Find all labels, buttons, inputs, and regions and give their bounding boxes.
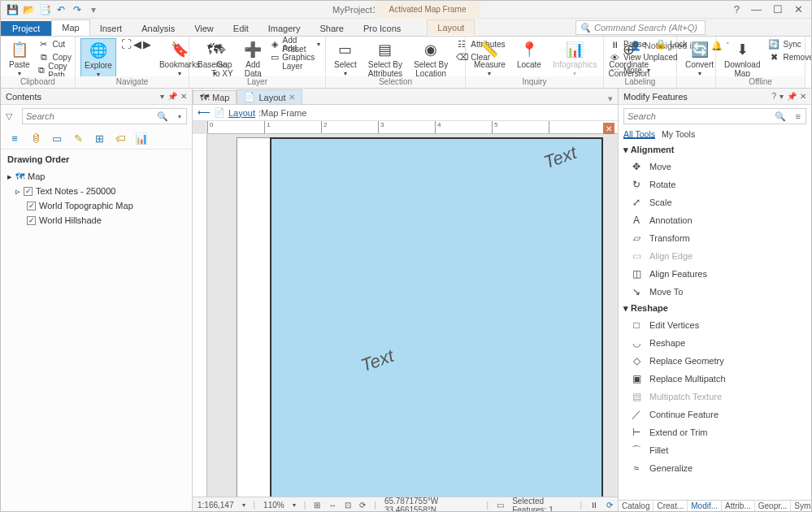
status-scale[interactable]: 1:166,147 xyxy=(198,501,234,510)
add-graphics-button[interactable]: ▭Add Graphics Layer xyxy=(271,51,320,63)
pane-help-icon[interactable]: ? xyxy=(771,92,776,101)
toc-label-icon[interactable]: 🏷 xyxy=(113,131,128,145)
tab-view[interactable]: View xyxy=(185,21,224,36)
search-icon[interactable]: 🔍 xyxy=(152,111,173,122)
tab-insert[interactable]: Insert xyxy=(90,21,132,36)
pause-label-button[interactable]: ⏸Pause 🔒Lock xyxy=(609,38,687,50)
tool-annotation[interactable]: AAnnotation xyxy=(622,211,808,229)
qat-more-icon[interactable]: ▾ xyxy=(87,3,100,16)
side-tab-attrib[interactable]: Attrib... xyxy=(722,501,755,512)
command-search[interactable]: 🔍 Command Search (Alt+Q) xyxy=(575,20,706,35)
paste-button[interactable]: 📋Paste▾ xyxy=(6,38,33,79)
status-icon-2[interactable]: ↔ xyxy=(328,501,337,510)
side-tab-create[interactable]: Creat... xyxy=(654,501,688,512)
copy-path-button[interactable]: ⧉Copy Path xyxy=(38,64,72,76)
pane-pin-icon[interactable]: 📌 xyxy=(167,92,177,101)
close-button[interactable]: ✕ xyxy=(794,3,803,15)
filter-icon[interactable]: ▽ xyxy=(1,111,17,122)
tool-generalize[interactable]: ≈Generalize xyxy=(622,459,808,477)
status-selected[interactable]: Selected Features: 1 xyxy=(512,497,571,513)
scale-menu-icon[interactable]: ▾ xyxy=(242,501,245,509)
select-by-attr-button[interactable]: ▤Select By Attributes xyxy=(365,38,406,80)
tool-list[interactable]: ▾ Alignment ✥Move↻Rotate⤢ScaleAAnnotatio… xyxy=(619,141,811,500)
collapse-icon[interactable]: ▸ xyxy=(7,171,12,182)
checkbox[interactable]: ✓ xyxy=(27,202,36,210)
tab-proicons[interactable]: Pro Icons xyxy=(354,21,410,36)
toc-layer-textnotes[interactable]: ▹✓Text Notes - 250000 xyxy=(15,184,185,198)
open-icon[interactable]: 📂 xyxy=(22,3,35,16)
pane-menu-icon[interactable]: ▾ xyxy=(779,92,784,101)
tool-fillet[interactable]: ⌒Fillet xyxy=(622,441,808,459)
close-tab-icon[interactable]: ✕ xyxy=(289,93,295,102)
labeling-more-button[interactable]: ⋯More▾ xyxy=(609,64,687,76)
select-button[interactable]: ▭Select▾ xyxy=(331,38,360,79)
checkbox[interactable]: ✓ xyxy=(27,216,36,225)
toc-list-icon[interactable]: ≡ xyxy=(7,131,22,145)
sync-button[interactable]: 🔄Sync xyxy=(768,38,812,50)
tab-edit[interactable]: Edit xyxy=(224,21,258,36)
nav-next-icon[interactable]: ▶ xyxy=(143,38,151,50)
toc-source-icon[interactable]: 🛢 xyxy=(28,131,43,145)
cut-button[interactable]: ✂Cut xyxy=(38,38,72,50)
status-icon-1[interactable]: ⊞ xyxy=(314,501,320,510)
doc-tabs-menu-icon[interactable]: ▾ xyxy=(603,93,618,104)
doc-tab-layout[interactable]: 📄Layout✕ xyxy=(237,89,302,104)
tool-continue-feature[interactable]: ／Continue Feature xyxy=(622,406,808,423)
contents-search[interactable]: 🔍 ▾ xyxy=(22,108,187,124)
checkbox[interactable]: ✓ xyxy=(24,187,33,196)
redo-icon[interactable]: ↷ xyxy=(71,3,84,16)
tab-all-tools[interactable]: All Tools xyxy=(623,129,655,139)
pane-close-icon[interactable]: ✕ xyxy=(800,92,806,101)
toc-chart-icon[interactable]: 📊 xyxy=(134,131,149,145)
group-reshape[interactable]: ▾ Reshape xyxy=(622,301,808,316)
measure-button[interactable]: 📏Measure▾ xyxy=(471,38,509,79)
status-zoom[interactable]: 110% xyxy=(263,501,284,510)
text-element-2[interactable]: Text xyxy=(358,345,397,376)
tab-my-tools[interactable]: My Tools xyxy=(662,129,695,139)
modify-search-input[interactable] xyxy=(624,111,770,121)
tab-imagery[interactable]: Imagery xyxy=(258,21,310,36)
tab-layout-context[interactable]: Layout xyxy=(427,20,475,36)
toc-snap-icon[interactable]: ⊞ xyxy=(92,131,106,145)
convert-button[interactable]: 🔄Convert▾ xyxy=(682,38,717,79)
toc-layer-topo[interactable]: ✓World Topographic Map xyxy=(27,198,185,213)
toc-layer-hillshade[interactable]: ✓World Hillshade xyxy=(27,213,185,228)
search-icon[interactable]: 🔍 xyxy=(770,111,791,122)
nav-full-icon[interactable]: ⛶ xyxy=(121,38,132,50)
toc-selection-icon[interactable]: ▭ xyxy=(50,131,64,145)
tool-scale[interactable]: ⤢Scale xyxy=(622,193,808,211)
status-icon-3[interactable]: ⊡ xyxy=(345,501,351,510)
tool-align-features[interactable]: ◫Align Features xyxy=(622,265,808,283)
expand-icon[interactable]: ▹ xyxy=(15,186,20,197)
toc-edit-icon[interactable]: ✎ xyxy=(71,131,85,145)
locate-button[interactable]: 📍Locate xyxy=(514,38,545,71)
tool-move[interactable]: ✥Move xyxy=(622,158,808,176)
tool-extend-or-trim[interactable]: ⊢Extend or Trim xyxy=(622,423,808,441)
tab-map[interactable]: Map xyxy=(51,20,89,36)
tool-rotate[interactable]: ↻Rotate xyxy=(622,176,808,193)
project-tab[interactable]: Project xyxy=(1,21,51,36)
save-icon[interactable]: 💾 xyxy=(6,3,19,16)
remove-button[interactable]: ✖Remove xyxy=(768,51,812,63)
tool-move-to[interactable]: ↘Move To xyxy=(622,283,808,301)
map-frame[interactable]: Text Text Esri, NASA, NGA, xyxy=(270,137,603,497)
pause-draw-icon[interactable]: ⏸ xyxy=(590,501,598,510)
tool-replace-geometry[interactable]: ◇Replace Geometry xyxy=(622,352,808,370)
pane-menu-icon[interactable]: ▾ xyxy=(160,92,164,101)
select-by-loc-button[interactable]: ◉Select By Location xyxy=(410,38,451,80)
tab-analysis[interactable]: Analysis xyxy=(132,21,185,36)
help-button[interactable]: ? xyxy=(734,3,740,15)
pane-close-icon[interactable]: ✕ xyxy=(180,92,187,101)
toc-root-map[interactable]: ▸🗺Map xyxy=(7,169,185,184)
text-element-1[interactable]: Text xyxy=(541,142,580,173)
search-menu-icon[interactable]: ▾ xyxy=(173,113,186,120)
infographics-button[interactable]: 📊Infographics▾ xyxy=(549,38,600,79)
group-alignment[interactable]: ▾ Alignment xyxy=(622,142,808,158)
side-tab-geopr[interactable]: Geopr... xyxy=(755,501,792,512)
close-activation-icon[interactable]: ✕ xyxy=(603,123,614,134)
maximize-button[interactable]: ☐ xyxy=(773,3,783,15)
side-tab-modify[interactable]: Modif... xyxy=(688,501,722,512)
zoom-menu-icon[interactable]: ▾ xyxy=(293,501,296,509)
undo-icon[interactable]: ↶ xyxy=(54,3,67,16)
modify-menu-icon[interactable]: ≡ xyxy=(791,111,805,121)
